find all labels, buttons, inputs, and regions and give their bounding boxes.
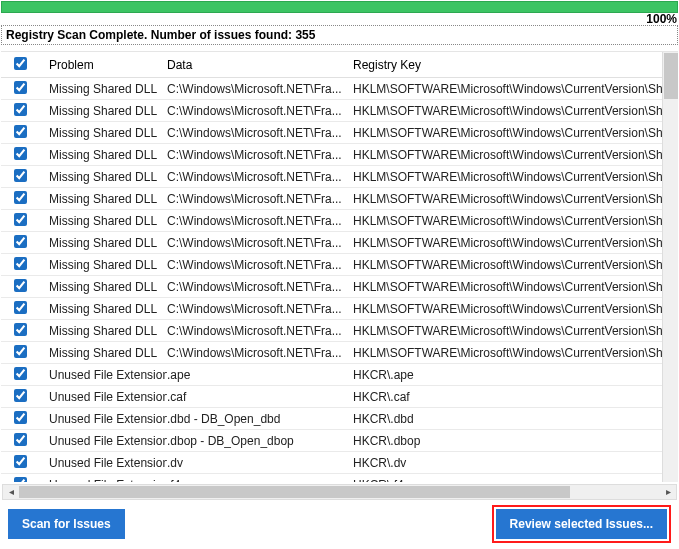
row-check-cell[interactable] <box>1 367 39 383</box>
row-checkbox[interactable] <box>14 213 27 226</box>
row-check-cell[interactable] <box>1 257 39 273</box>
table-row[interactable]: Missing Shared DLLC:\Windows\Microsoft.N… <box>1 232 678 254</box>
row-check-cell[interactable] <box>1 235 39 251</box>
row-data-cell: C:\Windows\Microsoft.NET\Fra... <box>167 236 347 250</box>
table-row[interactable]: Missing Shared DLLC:\Windows\Microsoft.N… <box>1 254 678 276</box>
row-data-cell: .dbd - DB_Open_dbd <box>167 412 347 426</box>
table-row[interactable]: Missing Shared DLLC:\Windows\Microsoft.N… <box>1 122 678 144</box>
table-row[interactable]: Unused File Extension.dbd - DB_Open_dbdH… <box>1 408 678 430</box>
table-row[interactable]: Missing Shared DLLC:\Windows\Microsoft.N… <box>1 188 678 210</box>
table-row[interactable]: Missing Shared DLLC:\Windows\Microsoft.N… <box>1 298 678 320</box>
horizontal-scrollbar[interactable]: ◂ ▸ <box>2 484 677 500</box>
row-check-cell[interactable] <box>1 477 39 483</box>
row-check-cell[interactable] <box>1 411 39 427</box>
row-check-cell[interactable] <box>1 345 39 361</box>
row-data-cell: C:\Windows\Microsoft.NET\Fra... <box>167 324 347 338</box>
row-checkbox[interactable] <box>14 169 27 182</box>
select-all-checkbox[interactable] <box>14 57 27 70</box>
header-data[interactable]: Data <box>167 58 347 72</box>
table-row[interactable]: Unused File Extension.dvHKCR\.dv <box>1 452 678 474</box>
row-problem-cell: Missing Shared DLL <box>39 324 167 338</box>
row-check-cell[interactable] <box>1 169 39 185</box>
row-problem-cell: Missing Shared DLL <box>39 346 167 360</box>
row-checkbox[interactable] <box>14 477 27 483</box>
scan-for-issues-button[interactable]: Scan for Issues <box>8 509 125 539</box>
row-checkbox[interactable] <box>14 191 27 204</box>
row-checkbox[interactable] <box>14 367 27 380</box>
table-row[interactable]: Missing Shared DLLC:\Windows\Microsoft.N… <box>1 78 678 100</box>
row-key-cell: HKLM\SOFTWARE\Microsoft\Windows\CurrentV… <box>347 104 678 118</box>
row-check-cell[interactable] <box>1 433 39 449</box>
table-row[interactable]: Missing Shared DLLC:\Windows\Microsoft.N… <box>1 144 678 166</box>
row-check-cell[interactable] <box>1 455 39 471</box>
row-problem-cell: Missing Shared DLL <box>39 214 167 228</box>
row-checkbox[interactable] <box>14 301 27 314</box>
row-check-cell[interactable] <box>1 147 39 163</box>
row-data-cell: .f4v <box>167 478 347 483</box>
row-key-cell: HKLM\SOFTWARE\Microsoft\Windows\CurrentV… <box>347 82 678 96</box>
row-checkbox[interactable] <box>14 147 27 160</box>
row-data-cell: C:\Windows\Microsoft.NET\Fra... <box>167 170 347 184</box>
row-checkbox[interactable] <box>14 345 27 358</box>
scroll-left-arrow-icon[interactable]: ◂ <box>3 485 19 499</box>
review-selected-issues-button[interactable]: Review selected Issues... <box>496 509 667 539</box>
table-row[interactable]: Unused File Extension.cafHKCR\.caf <box>1 386 678 408</box>
row-problem-cell: Unused File Extension <box>39 368 167 382</box>
table-row[interactable]: Missing Shared DLLC:\Windows\Microsoft.N… <box>1 166 678 188</box>
header-registry-key[interactable]: Registry Key <box>347 58 678 72</box>
row-data-cell: C:\Windows\Microsoft.NET\Fra... <box>167 104 347 118</box>
row-problem-cell: Missing Shared DLL <box>39 82 167 96</box>
header-select-all[interactable] <box>1 57 39 73</box>
row-key-cell: HKLM\SOFTWARE\Microsoft\Windows\CurrentV… <box>347 346 678 360</box>
vertical-scrollbar-thumb[interactable] <box>664 53 678 99</box>
row-check-cell[interactable] <box>1 323 39 339</box>
table-row[interactable]: Unused File Extension.dbop - DB_Open_dbo… <box>1 430 678 452</box>
row-key-cell: HKLM\SOFTWARE\Microsoft\Windows\CurrentV… <box>347 280 678 294</box>
row-data-cell: C:\Windows\Microsoft.NET\Fra... <box>167 302 347 316</box>
table-row[interactable]: Missing Shared DLLC:\Windows\Microsoft.N… <box>1 320 678 342</box>
table-row[interactable]: Missing Shared DLLC:\Windows\Microsoft.N… <box>1 342 678 364</box>
header-problem[interactable]: Problem <box>39 58 167 72</box>
footer-actions: Scan for Issues Review selected Issues..… <box>0 505 679 543</box>
row-checkbox[interactable] <box>14 411 27 424</box>
vertical-scrollbar[interactable] <box>662 52 678 482</box>
scroll-right-arrow-icon[interactable]: ▸ <box>660 485 676 499</box>
row-key-cell: HKCR\.caf <box>347 390 678 404</box>
row-checkbox[interactable] <box>14 389 27 402</box>
row-check-cell[interactable] <box>1 81 39 97</box>
row-checkbox[interactable] <box>14 433 27 446</box>
row-checkbox[interactable] <box>14 257 27 270</box>
row-key-cell: HKLM\SOFTWARE\Microsoft\Windows\CurrentV… <box>347 126 678 140</box>
table-row[interactable]: Unused File Extension.f4vHKCR\.f4v <box>1 474 678 482</box>
table-row[interactable]: Unused File Extension.apeHKCR\.ape <box>1 364 678 386</box>
row-checkbox[interactable] <box>14 235 27 248</box>
row-check-cell[interactable] <box>1 103 39 119</box>
row-problem-cell: Unused File Extension <box>39 412 167 426</box>
row-check-cell[interactable] <box>1 301 39 317</box>
row-check-cell[interactable] <box>1 125 39 141</box>
row-checkbox[interactable] <box>14 455 27 468</box>
table-row[interactable]: Missing Shared DLLC:\Windows\Microsoft.N… <box>1 276 678 298</box>
row-check-cell[interactable] <box>1 213 39 229</box>
table-row[interactable]: Missing Shared DLLC:\Windows\Microsoft.N… <box>1 100 678 122</box>
scan-status-text: Registry Scan Complete. Number of issues… <box>1 25 678 45</box>
table-row[interactable]: Missing Shared DLLC:\Windows\Microsoft.N… <box>1 210 678 232</box>
row-checkbox[interactable] <box>14 125 27 138</box>
row-problem-cell: Unused File Extension <box>39 478 167 483</box>
horizontal-scrollbar-thumb[interactable] <box>19 486 570 498</box>
row-key-cell: HKLM\SOFTWARE\Microsoft\Windows\CurrentV… <box>347 148 678 162</box>
row-problem-cell: Missing Shared DLL <box>39 104 167 118</box>
row-check-cell[interactable] <box>1 191 39 207</box>
row-problem-cell: Unused File Extension <box>39 390 167 404</box>
row-data-cell: C:\Windows\Microsoft.NET\Fra... <box>167 258 347 272</box>
row-check-cell[interactable] <box>1 279 39 295</box>
row-checkbox[interactable] <box>14 81 27 94</box>
row-checkbox[interactable] <box>14 279 27 292</box>
row-problem-cell: Missing Shared DLL <box>39 170 167 184</box>
row-key-cell: HKCR\.dv <box>347 456 678 470</box>
row-checkbox[interactable] <box>14 103 27 116</box>
row-problem-cell: Missing Shared DLL <box>39 126 167 140</box>
row-checkbox[interactable] <box>14 323 27 336</box>
row-key-cell: HKCR\.f4v <box>347 478 678 483</box>
row-check-cell[interactable] <box>1 389 39 405</box>
